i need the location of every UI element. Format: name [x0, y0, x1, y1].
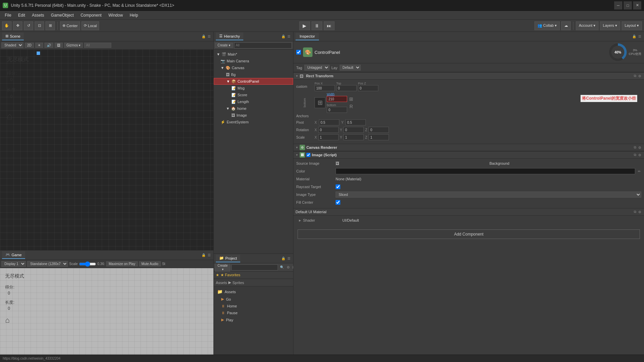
- hierarchy-lock-btn[interactable]: 🔒: [281, 34, 286, 39]
- rotate-tool[interactable]: ↺: [24, 21, 33, 30]
- hierarchy-item-score[interactable]: 📝 Score: [214, 92, 293, 98]
- play-button[interactable]: ▶: [299, 21, 310, 30]
- raycast-checkbox[interactable]: [336, 184, 340, 189]
- move-tool[interactable]: ✥: [13, 21, 22, 30]
- img-copy-btn[interactable]: ⧉: [633, 152, 637, 158]
- anchor-widget[interactable]: ⊞: [315, 97, 325, 108]
- rect-tool[interactable]: ⊞: [45, 21, 55, 30]
- project-lock-btn[interactable]: 🔒: [281, 256, 286, 261]
- display-select[interactable]: Display 1: [1, 261, 26, 267]
- create-btn[interactable]: Create ▾: [215, 43, 233, 48]
- menu-component[interactable]: Component: [77, 12, 105, 18]
- mat-copy-btn[interactable]: ⧉: [633, 209, 637, 215]
- menu-edit[interactable]: Edit: [15, 12, 29, 18]
- menu-gameobject[interactable]: GameObject: [48, 12, 77, 18]
- img-settings-btn[interactable]: ⚙: [638, 152, 642, 158]
- inspector-tab[interactable]: Inspector: [296, 33, 319, 40]
- add-component-button[interactable]: Add Component: [298, 229, 640, 239]
- rt-scale-x[interactable]: [318, 134, 339, 140]
- hierarchy-item-bg[interactable]: 🖼 Bg: [214, 71, 293, 78]
- rt-pivot-y[interactable]: [345, 119, 366, 125]
- rt-grid-btn[interactable]: ⊞: [348, 96, 354, 102]
- lighting-btn[interactable]: ☀: [35, 43, 43, 48]
- rt-scale-z[interactable]: [368, 134, 389, 140]
- hierarchy-item-canvas[interactable]: ▼ 🎨 Canvas: [214, 64, 293, 71]
- hierarchy-item-controlpanel[interactable]: ▼ 📦 ControlPanel: [214, 78, 293, 85]
- hierarchy-menu-btn[interactable]: ☰: [287, 34, 291, 39]
- scene-tab[interactable]: ⊞ Scene: [2, 33, 24, 40]
- project-assets-folder[interactable]: 📁 Assets: [216, 288, 291, 295]
- cloud-button[interactable]: ☁: [561, 21, 571, 30]
- tag-select[interactable]: Untagged: [304, 65, 329, 71]
- hierarchy-item-length[interactable]: 📝 Length: [214, 98, 293, 105]
- hierarchy-item-eventsystem[interactable]: ⚡ EventSystem: [214, 119, 293, 125]
- rt-expand-btn[interactable]: R: [348, 103, 354, 110]
- menu-help[interactable]: Help: [126, 12, 141, 18]
- project-tab[interactable]: 📁 Project: [216, 255, 240, 262]
- scale-slider[interactable]: [79, 261, 96, 267]
- hierarchy-item-home[interactable]: ▼ 🏠 home: [214, 105, 293, 112]
- inspector-lock-btn[interactable]: 🔒: [631, 34, 637, 39]
- rt-settings-btn[interactable]: ⚙: [638, 73, 642, 79]
- collab-button[interactable]: 👥 Collab ▾: [534, 21, 560, 30]
- cr-settings-btn[interactable]: ⚙: [638, 145, 642, 150]
- rt-rot-x[interactable]: [318, 127, 339, 133]
- rt-rot-z[interactable]: [368, 127, 389, 133]
- menu-assets[interactable]: Assets: [29, 12, 48, 18]
- rt-posz-field[interactable]: [358, 85, 378, 91]
- audio-btn[interactable]: 🔊: [44, 43, 53, 48]
- color-edit-btn[interactable]: ✏: [637, 169, 641, 174]
- rt-pivot-x[interactable]: [319, 119, 339, 125]
- layer-select[interactable]: Default: [340, 65, 361, 71]
- scene-search[interactable]: [84, 43, 111, 48]
- hierarchy-item-image[interactable]: 🖼 Image: [214, 112, 293, 119]
- layers-button[interactable]: Layers ▾: [600, 21, 620, 30]
- image-active-checkbox[interactable]: [306, 153, 310, 157]
- cr-copy-btn[interactable]: ⧉: [633, 145, 637, 150]
- hierarchy-item-main[interactable]: ▼ 🎬 Main*: [214, 51, 293, 58]
- pause-button[interactable]: ⏸: [311, 21, 322, 30]
- inspector-menu-btn[interactable]: ☰: [638, 34, 642, 39]
- account-button[interactable]: Account ▾: [576, 21, 599, 30]
- hand-tool[interactable]: ✋: [2, 21, 12, 30]
- layout-button[interactable]: Layout ▾: [622, 21, 642, 30]
- project-item-play[interactable]: ▶ Play: [216, 317, 291, 323]
- rt-rot-y[interactable]: [343, 127, 364, 133]
- project-item-go[interactable]: ▶ Go: [216, 296, 291, 302]
- hierarchy-search[interactable]: [234, 42, 292, 48]
- image-type-select[interactable]: Sliced: [336, 192, 641, 198]
- project-info-btn[interactable]: ℹ: [292, 265, 293, 270]
- rt-top-field[interactable]: [336, 85, 357, 91]
- rect-transform-header[interactable]: ▼ ⊡ Rect Transform ⧉ ⚙: [293, 72, 644, 80]
- maximize-button[interactable]: □: [624, 1, 632, 9]
- resolution-select[interactable]: Standalone (1280x720): [27, 261, 68, 267]
- breadcrumb-sprites[interactable]: Sprites: [232, 281, 244, 285]
- coords-local-button[interactable]: ⟳ Local: [81, 21, 99, 30]
- mat-settings-btn[interactable]: ⚙: [638, 209, 642, 215]
- object-active-checkbox[interactable]: [296, 50, 301, 55]
- project-filter-btn[interactable]: ⚙: [286, 265, 290, 270]
- maximize-play-btn[interactable]: Maximize on Play: [106, 261, 137, 266]
- 2d-button[interactable]: 2D: [25, 43, 34, 48]
- rt-scale-y[interactable]: [343, 134, 364, 140]
- fx-btn[interactable]: 🖼: [55, 43, 63, 48]
- rt-width-field[interactable]: [327, 96, 347, 102]
- scale-tool[interactable]: ⊡: [35, 21, 44, 30]
- hierarchy-item-msg[interactable]: 📝 Msg: [214, 85, 293, 92]
- menu-window[interactable]: Window: [105, 12, 126, 18]
- project-search-btn[interactable]: 🔍: [279, 265, 285, 270]
- game-menu-btn[interactable]: ☰: [207, 253, 211, 258]
- step-button[interactable]: ⏭: [324, 21, 335, 30]
- pivot-center-button[interactable]: ⊕ Center: [60, 21, 80, 30]
- scene-lock-btn[interactable]: 🔒: [201, 34, 206, 39]
- project-item-pause[interactable]: ⏸ Pause: [216, 310, 291, 316]
- fill-center-checkbox[interactable]: [336, 200, 340, 205]
- breadcrumb-assets[interactable]: Assets: [216, 281, 227, 285]
- shade-mode-select[interactable]: Shaded: [1, 42, 23, 48]
- rt-posx-field[interactable]: [315, 85, 335, 91]
- minimize-button[interactable]: ─: [614, 1, 622, 9]
- project-menu-btn[interactable]: ☰: [287, 256, 291, 261]
- rt-bottom-field[interactable]: [327, 107, 347, 113]
- image-script-header[interactable]: ▼ 🖼 Image (Script) ⧉ ⚙: [293, 151, 644, 159]
- menu-file[interactable]: File: [1, 12, 15, 18]
